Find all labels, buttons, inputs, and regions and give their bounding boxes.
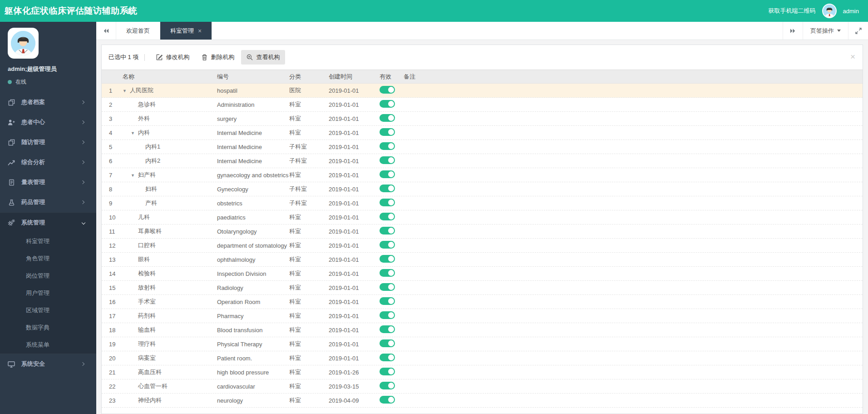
tab-department-management[interactable]: 科室管理 × [160, 22, 212, 40]
sidebar-item-drugs[interactable]: 药品管理 [0, 192, 96, 212]
row-category: 科室 [289, 115, 329, 123]
sidebar-item-region-management[interactable]: 区域管理 [0, 302, 96, 319]
qr-code-link[interactable]: 获取手机端二维码 [769, 7, 816, 15]
table-row[interactable]: 7 ▼妇产科 gynaecology and obstetrics 科室 201… [102, 168, 863, 182]
tree-collapse-icon[interactable]: ▼ [123, 89, 130, 93]
tab-close-icon[interactable]: × [198, 28, 202, 34]
chevron-right-icon [81, 160, 84, 164]
row-code: Internal Medicine [217, 158, 289, 165]
delete-org-button[interactable]: 删除机构 [196, 50, 240, 65]
valid-toggle[interactable] [380, 311, 395, 319]
view-org-button[interactable]: 查看机构 [241, 50, 285, 65]
valid-toggle[interactable] [380, 269, 395, 277]
table-row[interactable]: 2 ▼急诊科 Administration 科室 2019-01-01 [102, 98, 863, 112]
tab-bar: 欢迎首页 科室管理 × 页签操作 [96, 22, 868, 40]
username-label[interactable]: admin [843, 8, 859, 15]
valid-toggle[interactable] [380, 185, 395, 192]
valid-toggle[interactable] [380, 86, 395, 94]
valid-toggle[interactable] [380, 128, 395, 136]
edit-org-button[interactable]: 修改机构 [151, 50, 195, 65]
table-row[interactable]: 17 ▼药剂科 Pharmacy 科室 2019-01-01 [102, 309, 863, 323]
row-category: 科室 [289, 100, 329, 109]
row-created: 2019-03-15 [329, 383, 380, 390]
table-row[interactable]: 21 ▼高血压科 high blood pressure 科室 2019-01-… [102, 365, 863, 379]
valid-toggle[interactable] [380, 325, 395, 333]
table-row[interactable]: 4 ▼内科 Internal Medicine 科室 2019-01-01 [102, 126, 863, 140]
valid-toggle[interactable] [380, 297, 395, 305]
hamburger-menu-icon[interactable]: ≡ [126, 6, 132, 16]
row-name: ▼检验科 [120, 269, 217, 278]
row-created: 2019-01-01 [329, 172, 380, 179]
valid-toggle[interactable] [380, 227, 395, 234]
row-name: ▼急诊科 [120, 100, 217, 109]
row-code: surgery [217, 115, 289, 122]
row-name: ▼内科2 [120, 157, 217, 165]
table-row[interactable]: 11 ▼耳鼻喉科 Otolaryngology 科室 2019-01-01 [102, 224, 863, 239]
valid-toggle[interactable] [380, 339, 395, 347]
valid-toggle[interactable] [380, 255, 395, 263]
valid-toggle[interactable] [380, 114, 395, 122]
tree-collapse-icon[interactable]: ▼ [131, 131, 138, 135]
valid-toggle[interactable] [380, 100, 395, 108]
tab-welcome-home[interactable]: 欢迎首页 [116, 22, 160, 40]
valid-toggle[interactable] [380, 199, 395, 206]
sidebar-item-followup[interactable]: 随访管理 [0, 132, 96, 152]
valid-toggle[interactable] [380, 368, 395, 375]
table-row[interactable]: 14 ▼检验科 Inspection Division 科室 2019-01-0… [102, 267, 863, 281]
table-row[interactable]: 15 ▼放射科 Radiology 科室 2019-01-01 [102, 281, 863, 295]
table-row[interactable]: 13 ▼眼科 ophthalmology 科室 2019-01-01 [102, 253, 863, 267]
table-row[interactable]: 18 ▼输血科 Blood transfusion 科室 2019-01-01 [102, 323, 863, 337]
sidebar-item-user-management[interactable]: 用户管理 [0, 284, 96, 302]
row-index: 10 [102, 214, 120, 221]
sidebar-item-post-management[interactable]: 岗位管理 [0, 267, 96, 284]
sidebar-item-analysis[interactable]: 综合分析 [0, 152, 96, 172]
valid-toggle[interactable] [380, 283, 395, 291]
sidebar-item-system-security[interactable]: 系统安全 [0, 354, 96, 374]
tree-collapse-icon[interactable]: ▼ [131, 173, 138, 178]
profile-name: admin;超级管理员 [8, 65, 96, 73]
table-row[interactable]: 22 ▼心血管一科 cardiovascular 科室 2019-03-15 [102, 379, 863, 394]
row-code: paediatrics [217, 214, 289, 221]
valid-toggle[interactable] [380, 396, 395, 404]
fullscreen-button[interactable] [848, 22, 868, 40]
header-cell-category: 分类 [289, 73, 329, 81]
valid-toggle[interactable] [380, 142, 395, 150]
row-index: 16 [102, 299, 120, 305]
valid-toggle[interactable] [380, 241, 395, 249]
table-row[interactable]: 9 ▼产科 obstetrics 子科室 2019-01-01 [102, 196, 863, 210]
table-row[interactable]: 5 ▼内科1 Internal Medicine 子科室 2019-01-01 [102, 140, 863, 154]
table-row[interactable]: 6 ▼内科2 Internal Medicine 子科室 2019-01-01 [102, 154, 863, 168]
table-row[interactable]: 10 ▼儿科 paediatrics 科室 2019-01-01 [102, 210, 863, 224]
table-row[interactable]: 20 ▼病案室 Patient room. 科室 2019-01-01 [102, 351, 863, 365]
chart-line-icon [7, 159, 16, 166]
valid-toggle[interactable] [380, 213, 395, 220]
sidebar-item-patient-center[interactable]: 患者中心 [0, 112, 96, 132]
sidebar-item-patient-files[interactable]: 患者档案 [0, 92, 96, 112]
table-row[interactable]: 3 ▼外科 surgery 科室 2019-01-01 [102, 112, 863, 126]
sidebar-item-role-management[interactable]: 角色管理 [0, 250, 96, 267]
valid-toggle[interactable] [380, 354, 395, 361]
table-row[interactable]: 23 ▼神经内科 neurology 科室 2019-04-09 [102, 394, 863, 408]
table-row[interactable]: 19 ▼理疗科 Physical Therapy 科室 2019-01-01 [102, 337, 863, 351]
valid-toggle[interactable] [380, 382, 395, 389]
user-avatar[interactable] [822, 4, 837, 18]
tabs-scroll-left-button[interactable] [96, 22, 116, 40]
tabs-scroll-right-button[interactable] [783, 22, 803, 40]
sidebar-item-scales[interactable]: 量表管理 [0, 172, 96, 192]
sidebar-item-department-management[interactable]: 科室管理 [0, 233, 96, 250]
table-row[interactable]: 8 ▼妇科 Gynecology 子科室 2019-01-01 [102, 182, 863, 196]
sidebar-item-data-dictionary[interactable]: 数据字典 [0, 319, 96, 336]
valid-toggle[interactable] [380, 156, 395, 164]
valid-toggle[interactable] [380, 170, 395, 178]
sidebar-avatar[interactable] [8, 28, 39, 59]
table-row[interactable]: 12 ▼口腔科 department of stomatology 科室 201… [102, 239, 863, 253]
table-row[interactable]: 16 ▼手术室 Operation Room 科室 2019-01-01 [102, 295, 863, 309]
row-code: Pharmacy [217, 313, 289, 319]
sidebar-item-system-menu[interactable]: 系统菜单 [0, 336, 96, 354]
flask-icon [7, 199, 16, 206]
panel-close-icon[interactable]: × [850, 52, 855, 61]
table-row[interactable]: 1 ▼人民医院 hospatil 医院 2019-01-01 [102, 84, 863, 98]
row-category: 科室 [289, 312, 329, 320]
sidebar-item-system-management[interactable]: 系统管理 [0, 213, 96, 233]
tab-operations-dropdown[interactable]: 页签操作 [803, 22, 848, 40]
